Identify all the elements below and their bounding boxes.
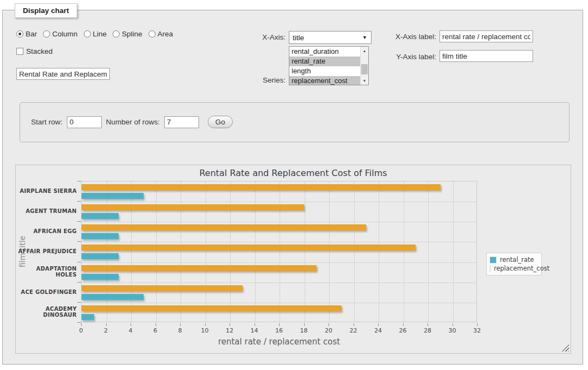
radio-option-line[interactable]: Line: [84, 30, 107, 38]
fieldset-legend: Display chart: [15, 3, 77, 18]
gridline-vertical: [107, 181, 107, 322]
x-axis-label-label: X-Axis label:: [386, 33, 436, 41]
rental_rate-bar: [82, 253, 119, 259]
series-option-length[interactable]: length: [289, 66, 360, 76]
x-tick-mark: [279, 323, 280, 326]
radio-icon[interactable]: [16, 30, 23, 37]
category-label: ACE GOLDFINGER: [17, 282, 77, 302]
scroll-up-icon[interactable]: ▲: [361, 47, 368, 55]
rental_rate-bar: [82, 274, 119, 280]
rental_rate-bar: [82, 193, 144, 199]
num-rows-input[interactable]: [164, 116, 199, 128]
y-tick-mark: [77, 282, 81, 283]
y-axis-label-input[interactable]: [440, 50, 533, 62]
x-tick-label: 8: [172, 327, 188, 334]
y-tick-mark: [77, 302, 81, 303]
radio-option-column[interactable]: Column: [43, 30, 78, 38]
x-axis-select[interactable]: title ▼: [289, 31, 372, 44]
series-option-replacement_cost[interactable]: replacement_cost: [289, 76, 360, 85]
x-axis-label-input[interactable]: [440, 30, 533, 42]
x-tick-label: 2: [98, 327, 114, 334]
scrollbar-track[interactable]: [361, 55, 368, 77]
legend-row: rental_rate: [490, 255, 539, 264]
y-tick-mark: [77, 221, 81, 222]
radio-icon[interactable]: [113, 30, 120, 37]
radio-icon[interactable]: [148, 30, 156, 37]
series-option-rental_duration[interactable]: rental_duration: [289, 47, 360, 57]
x-tick-label: 28: [419, 327, 436, 334]
start-row-label: Start row:: [31, 118, 63, 126]
start-row-input[interactable]: [67, 116, 102, 128]
gridline-vertical: [230, 181, 231, 322]
category-label: ACADEMY DINOSAUR: [17, 302, 77, 322]
gridline-vertical: [181, 181, 181, 322]
x-tick-mark: [131, 323, 131, 326]
legend-label: replacement_cost: [494, 265, 549, 272]
radio-option-bar[interactable]: Bar: [16, 30, 37, 38]
radio-label: Bar: [26, 30, 37, 38]
x-tick-mark: [106, 323, 107, 326]
y-tick-mark: [77, 181, 81, 181]
radio-option-area[interactable]: Area: [148, 30, 174, 38]
x-tick-mark: [230, 323, 230, 326]
x-tick-label: 10: [197, 327, 213, 334]
stacked-checkbox[interactable]: [16, 48, 23, 55]
listbox-scrollbar[interactable]: ▲ ▼: [360, 47, 368, 85]
gridline-horizontal: [82, 222, 476, 222]
x-tick-mark: [205, 323, 206, 326]
chevron-down-icon: ▼: [362, 35, 367, 40]
x-tick-label: 32: [469, 327, 485, 334]
y-axis-label-label: Y-Axis label:: [386, 53, 436, 61]
chart-type-radio-group: BarColumnLineSplineArea: [16, 30, 173, 38]
gridline-vertical: [305, 181, 305, 322]
chart-title-input[interactable]: [16, 68, 110, 80]
category-label: AIRPLANE SIERRA: [17, 181, 77, 201]
x-axis-select-value: title: [293, 34, 304, 42]
category-label: AFRICAN EGG: [17, 221, 77, 241]
x-tick-label: 16: [271, 327, 287, 334]
legend-row: replacement_cost: [490, 264, 539, 273]
radio-label: Spline: [122, 30, 143, 38]
radio-label: Line: [93, 30, 107, 38]
gridline-vertical: [255, 181, 256, 322]
radio-icon[interactable]: [84, 30, 91, 37]
replacement_cost-bar: [82, 244, 416, 250]
row-range-controls: Start row: Number of rows: Go: [31, 116, 233, 128]
x-tick-label: 14: [246, 327, 263, 334]
x-tick-mark: [180, 323, 181, 326]
chart-title: Rental Rate and Replacement Cost of Film…: [16, 168, 571, 178]
x-tick-mark: [378, 323, 379, 326]
gridline-vertical: [329, 181, 330, 322]
x-tick-mark: [156, 323, 156, 326]
radio-option-spline[interactable]: Spline: [113, 30, 143, 38]
plot-area: [81, 181, 477, 322]
rental_rate-bar: [82, 213, 119, 219]
radio-icon[interactable]: [43, 30, 50, 37]
gridline-vertical: [379, 181, 379, 322]
y-tick-mark: [77, 241, 81, 242]
gridline-vertical: [428, 181, 429, 322]
category-label: ADAPTATION HOLES: [17, 262, 77, 282]
gridline-vertical: [404, 181, 404, 322]
chart-container: Rental Rate and Replacement Cost of Film…: [15, 165, 571, 354]
scrollbar-thumb[interactable]: [361, 64, 368, 74]
series-option-rental_rate[interactable]: rental_rate: [289, 57, 360, 66]
scroll-down-icon[interactable]: ▼: [361, 77, 368, 85]
radio-label: Area: [158, 30, 174, 38]
chart-legend: rental_ratereplacement_cost: [486, 253, 542, 275]
x-tick-mark: [329, 323, 329, 326]
series-listbox-label: Series:: [247, 76, 286, 84]
radio-label: Column: [52, 30, 78, 38]
x-tick-mark: [255, 323, 255, 326]
row-range-panel: Start row: Number of rows: Go: [20, 102, 570, 142]
go-button[interactable]: Go: [208, 116, 233, 128]
replacement_cost-bar: [82, 224, 366, 230]
x-tick-label: 30: [444, 327, 461, 334]
num-rows-label: Number of rows:: [106, 118, 160, 126]
resize-handle-icon[interactable]: [562, 344, 569, 352]
x-tick-label: 20: [320, 327, 337, 334]
series-listbox[interactable]: rental_durationrental_ratelengthreplacem…: [289, 46, 369, 85]
y-tick-mark: [77, 262, 81, 262]
gridline-horizontal: [82, 303, 476, 303]
stacked-checkbox-row[interactable]: Stacked: [16, 47, 53, 55]
